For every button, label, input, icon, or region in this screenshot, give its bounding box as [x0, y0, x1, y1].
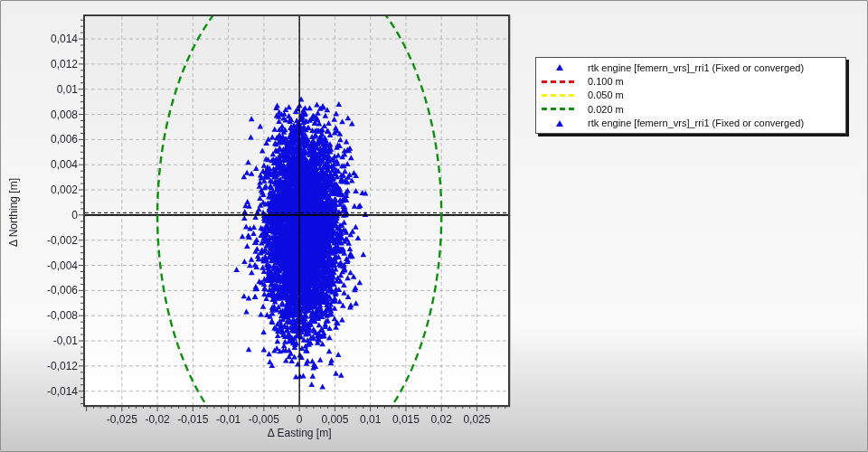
x-tick-label: -0,02 — [145, 413, 169, 426]
y-axis-title: Δ Northing [m] — [7, 178, 20, 247]
legend-item: 0.100 m — [540, 74, 842, 88]
y-tick-label: 0,012 — [1, 58, 78, 71]
y-tick-label: -0,01 — [1, 334, 78, 347]
dashed-line-icon — [542, 108, 578, 110]
y-tick-label: 0,01 — [1, 83, 78, 96]
y-tick-label: -0,008 — [1, 309, 78, 322]
triangle-icon — [556, 64, 563, 71]
x-tick-label: 0,005 — [321, 413, 348, 426]
y-tick-label: 0,014 — [1, 33, 78, 45]
x-axis-title: Δ Easting [m] — [268, 427, 332, 439]
y-tick-label: -0,014 — [1, 385, 78, 398]
legend-item-label: rtk engine [femern_vrs]_rri1 (Fixed or c… — [588, 62, 804, 73]
legend-item: 0.020 m — [540, 102, 842, 116]
dashed-line-icon — [542, 94, 578, 97]
legend-item: 0.050 m — [540, 89, 842, 102]
legend-triangle-marker-icon — [540, 120, 580, 127]
x-tick-label: -0,025 — [107, 413, 137, 426]
legend-item: rtk engine [femern_vrs]_rri1 (Fixed or c… — [540, 117, 842, 130]
triangle-icon — [556, 120, 563, 127]
plot-area — [83, 14, 510, 407]
legend-item-label: 0.100 m — [588, 76, 624, 87]
y-tick-label: -0,004 — [1, 259, 78, 272]
legend-item-label: 0.050 m — [588, 89, 624, 100]
y-tick-label: -0,012 — [1, 360, 78, 372]
y-tick-label: 0,004 — [1, 158, 78, 171]
x-tick-label: 0,01 — [360, 413, 381, 426]
y-tick-label: -0,006 — [1, 284, 78, 297]
legend-triangle-marker-icon — [540, 64, 580, 71]
x-tick-label: 0 — [297, 413, 303, 426]
legend-box: rtk engine [femern_vrs]_rri1 (Fixed or c… — [535, 57, 846, 134]
x-tick-label: -0,005 — [249, 413, 279, 426]
y-tick-label: 0,008 — [1, 108, 78, 121]
chart-window: -0,025-0,02-0,015-0,01-0,00500,0050,010,… — [0, 0, 868, 452]
dashed-line-icon — [542, 80, 578, 83]
legend-item-label: rtk engine [femern_vrs]_rri1 (Fixed or c… — [588, 118, 804, 128]
x-tick-label: 0,015 — [392, 413, 420, 426]
x-tick-label: 0,02 — [431, 413, 452, 426]
legend-dashed-line-marker-icon — [540, 80, 580, 83]
x-tick-label: -0,015 — [177, 413, 208, 426]
legend-dashed-line-marker-icon — [540, 108, 580, 110]
x-tick-label: 0,025 — [463, 413, 490, 426]
legend-item-label: 0.020 m — [588, 104, 624, 115]
y-tick-label: 0,006 — [1, 133, 78, 146]
legend-dashed-line-marker-icon — [540, 94, 580, 97]
x-tick-label: -0,01 — [216, 413, 241, 426]
legend-item: rtk engine [femern_vrs]_rri1 (Fixed or c… — [540, 61, 842, 74]
zero-axes-and-reference-circles-layer — [85, 16, 508, 405]
